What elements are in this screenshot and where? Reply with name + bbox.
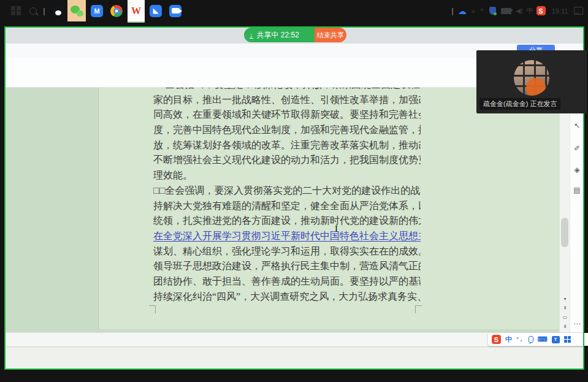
- onedrive-icon[interactable]: ☁: [456, 0, 468, 21]
- taskbar-search-button[interactable]: [26, 0, 40, 21]
- search-icon: [29, 7, 37, 15]
- document-canvas[interactable]: □□全会指出，要坚定不移深化改革开放，紧紧围绕全面建设社会主义现代化国 家的目标…: [6, 88, 583, 332]
- doc-line: □□全会强调，要深入贯彻落实党的二十大对党的建设作出的战略部署，时刻保: [153, 183, 421, 199]
- sogou-logo-icon[interactable]: S: [492, 335, 501, 344]
- share-timer-label: 共享中 22:52: [257, 30, 299, 40]
- scrollbar-thumb[interactable]: [561, 218, 568, 247]
- action-center-icon[interactable]: [573, 0, 584, 21]
- ime-toolbox-icon[interactable]: [564, 336, 571, 343]
- start-button[interactable]: [9, 0, 23, 21]
- clock[interactable]: 19:11: [549, 0, 570, 21]
- tray-expand-icon[interactable]: ^: [478, 0, 486, 21]
- margin-mark-bottom-left: [149, 305, 156, 313]
- ime-toolbar: S 中 °， ⌨ T: [488, 333, 588, 346]
- lookup-tool-icon[interactable]: ▤: [570, 186, 583, 194]
- doc-line-hyperlink: 在全党深入开展学习贯彻习近平新时代中国特色社会主义思想主题教育，要科学: [153, 229, 421, 244]
- ime-language-toggle[interactable]: 中: [505, 335, 512, 344]
- volume-icon[interactable]: ◀): [514, 0, 525, 21]
- doc-line: 领导班子思想政治建设，严格执行民主集中制，营造风清气正的政治生态，形成: [153, 259, 421, 274]
- vertical-scrollbar[interactable]: ▴ ▾ ⇞ ▭ ⇟: [559, 88, 570, 332]
- ime-skin-icon[interactable]: T: [552, 336, 560, 343]
- tray-more-icon[interactable]: »: [470, 0, 477, 21]
- doc-line: 放，统筹谋划好各领域的改革。注重完善改革落实机制，推动改革举措落地见效，: [153, 138, 421, 153]
- tray-language-icon[interactable]: 中: [525, 0, 535, 21]
- keyboard-icon[interactable]: ⌨: [538, 335, 548, 343]
- text-cursor-ibeam: I: [335, 224, 338, 234]
- next-page-icon[interactable]: ⇟: [560, 324, 570, 329]
- doc-line: 家的目标，推出一批战略性、创造性、引领性改革举措，加强改革系统集成、协: [153, 93, 421, 108]
- doc-line: 谋划、精心组织，强化理论学习和运用，取得实实在在的成效。要抓好换届后的: [153, 244, 421, 259]
- document-text[interactable]: □□全会指出，要坚定不移深化改革开放，紧紧围绕全面建设社会主义现代化国 家的目标…: [153, 88, 421, 304]
- ime-punctuation-toggle[interactable]: °，: [516, 335, 524, 343]
- more-tools-icon[interactable]: ⋯: [570, 319, 583, 328]
- wechat-app-icon[interactable]: [67, 0, 86, 21]
- screen-share-status: ↓ 共享中 22:52 结束共享: [244, 28, 346, 42]
- end-share-button[interactable]: 结束共享: [315, 28, 346, 42]
- share-timer: ↓ 共享中 22:52: [244, 28, 315, 42]
- doc-line: 不断增强社会主义现代化建设的动力和活力，把我国制度优势更好转化为国家治: [153, 153, 421, 168]
- battery-icon[interactable]: [499, 0, 513, 21]
- chrome-app-icon[interactable]: [108, 0, 125, 21]
- speaker-avatar: [514, 60, 549, 96]
- doc-line: 统领，扎实推进党的各方面建设，推动新时代党的建设新的伟大工程向纵深发展。: [153, 213, 421, 229]
- qq-app-icon[interactable]: [50, 0, 66, 21]
- doc-line-clipped: □□全会指出，要坚定不移深化改革开放，紧紧围绕全面建设社会主义现代化国: [153, 88, 421, 93]
- desktop: 首页 P 2023.04.26主题党日活动.pptx ⌑ W 习近平总书记重要讲…: [0, 0, 588, 382]
- wps-app-icon[interactable]: W: [128, 0, 145, 23]
- security-shield-icon[interactable]: [487, 0, 498, 21]
- sogou-tray-icon[interactable]: S: [535, 0, 547, 21]
- smart-tool-icon[interactable]: ◈: [570, 166, 583, 174]
- doc-line: 团结协作、敢于担当、善作善成的生动局面。要坚持以严的基调强化正风肃纪，: [153, 274, 421, 289]
- pointer-tool-icon[interactable]: ↖: [570, 121, 583, 130]
- doc-line: 度，完善中国特色现代企业制度，加强和完善现代金融监管，推动高水平对外开: [153, 123, 421, 138]
- tray-divider: |: [451, 0, 454, 21]
- windows-logo-icon: [11, 6, 21, 16]
- docs-app-icon[interactable]: ◣: [147, 0, 164, 21]
- taskbar-divider: |: [42, 0, 47, 21]
- speaker-name-badge: 疏金金(疏金金) 正在发言: [479, 98, 560, 110]
- doc-line: 持解决大党独有难题的清醒和坚定，健全全面从严治党体系，以党的政治建设为: [153, 199, 421, 214]
- hyperlink-text[interactable]: 在全党深入开展学习贯彻习近平新时代中国特色社会主义思想主题教育: [153, 231, 421, 242]
- windows-taskbar: [6, 346, 583, 369]
- scroll-down-icon[interactable]: ▾: [560, 296, 570, 302]
- doc-line: 理效能。: [153, 168, 421, 183]
- download-icon: ↓: [250, 32, 253, 39]
- previous-page-icon[interactable]: ⇞: [560, 305, 570, 311]
- right-tool-panel: ↖ ✐ ◈ ▤ ⋯: [570, 88, 583, 332]
- margin-mark-bottom-right: [415, 305, 422, 313]
- meeting-video-overlay[interactable]: 疏金金(疏金金) 正在发言: [476, 50, 587, 113]
- doc-line: 持续深化纠治“四风”，大兴调查研究之风，大力弘扬求真务实、真抓实干的作: [153, 289, 421, 305]
- doc-line: 同高效，在重要领域和关键环节取得新突破。要坚持和完善社会主义基本经济制: [153, 107, 421, 123]
- microphone-icon[interactable]: [529, 336, 533, 343]
- annotate-tool-icon[interactable]: ✐: [570, 144, 583, 153]
- select-browse-icon[interactable]: ▭: [560, 315, 570, 320]
- camera-icon: [172, 8, 180, 13]
- meeting-app-icon[interactable]: [167, 0, 184, 21]
- blue-m-app-icon[interactable]: M: [88, 0, 105, 21]
